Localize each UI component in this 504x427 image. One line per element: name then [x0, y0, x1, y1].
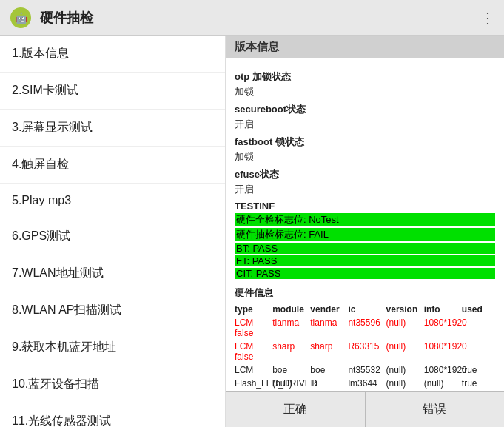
table-row: Flash_LED_DRIVER (null) Ti lm3644 (null)… — [235, 378, 495, 389]
left-panel: 1.版本信息2.SIM卡测试3.屏幕显示测试4.触屏自检5.Play mp36.… — [0, 36, 226, 427]
sidebar-item-3[interactable]: 3.屏幕显示测试 — [0, 110, 225, 147]
efuse-value: 开启 — [235, 183, 495, 196]
sidebar-item-10[interactable]: 10.蓝牙设备扫描 — [0, 366, 225, 403]
testinf-line3: BT: PASS — [235, 243, 495, 254]
fastboot-value: 加锁 — [235, 150, 495, 164]
testinf-line2: 硬件抽检标志位: FAIL — [235, 228, 495, 241]
otp-title: otp 加锁状态 — [235, 70, 495, 84]
sidebar-item-11[interactable]: 11.光线传感器测试 — [0, 403, 225, 427]
hardware-info-title: 硬件信息 — [235, 286, 495, 300]
sidebar-item-4[interactable]: 4.触屏自检 — [0, 147, 225, 184]
page-title: 硬件抽检 — [40, 9, 480, 27]
table-row: LCM tianma tianma nt35596 (null) 1080*19… — [235, 317, 495, 338]
hardware-table: type module vender ic version info used … — [235, 304, 495, 391]
cancel-button[interactable]: 错误 — [366, 391, 505, 427]
right-panel-content: otp 加锁状态 加锁 secureboot状态 开启 fastboot 锁状态… — [226, 58, 504, 391]
sidebar-item-2[interactable]: 2.SIM卡测试 — [0, 73, 225, 110]
table-row: LCM sharp sharp R63315 (null) 1080*1920 … — [235, 341, 495, 362]
main-area: 1.版本信息2.SIM卡测试3.屏幕显示测试4.触屏自检5.Play mp36.… — [0, 36, 504, 427]
sidebar-item-9[interactable]: 9.获取本机蓝牙地址 — [0, 329, 225, 366]
testinf-title: TESTINF — [235, 201, 495, 212]
right-panel-header: 版本信息 — [226, 36, 504, 58]
top-bar: 🤖 硬件抽检 ⋮ — [0, 0, 504, 36]
svg-text:🤖: 🤖 — [15, 12, 28, 24]
menu-icon[interactable]: ⋮ — [480, 9, 495, 27]
otp-value: 加锁 — [235, 85, 495, 98]
right-panel: 版本信息 otp 加锁状态 加锁 secureboot状态 开启 fastboo… — [226, 36, 504, 427]
table-header: type module vender ic version info used — [235, 304, 495, 315]
efuse-title: efuse状态 — [235, 168, 495, 181]
fastboot-title: fastboot 锁状态 — [235, 135, 495, 149]
bottom-buttons: 正确 错误 — [226, 391, 504, 427]
sidebar-item-8[interactable]: 8.WLAN AP扫描测试 — [0, 292, 225, 329]
table-row: LCM boe boe nt35532 (null) 1080*1920 tru… — [235, 365, 495, 375]
confirm-button[interactable]: 正确 — [226, 391, 366, 427]
sidebar-item-7[interactable]: 7.WLAN地址测试 — [0, 255, 225, 292]
secureboot-value: 开启 — [235, 118, 495, 131]
sidebar-item-6[interactable]: 6.GPS测试 — [0, 218, 225, 255]
sidebar-item-1[interactable]: 1.版本信息 — [0, 36, 225, 73]
testinf-line5: CIT: PASS — [235, 268, 495, 279]
secureboot-title: secureboot状态 — [235, 103, 495, 116]
testinf-line1: 硬件全检标志位: NoTest — [235, 213, 495, 226]
testinf-line4: FT: PASS — [235, 255, 495, 266]
app-icon: 🤖 — [9, 6, 33, 30]
sidebar-item-5[interactable]: 5.Play mp3 — [0, 184, 225, 218]
